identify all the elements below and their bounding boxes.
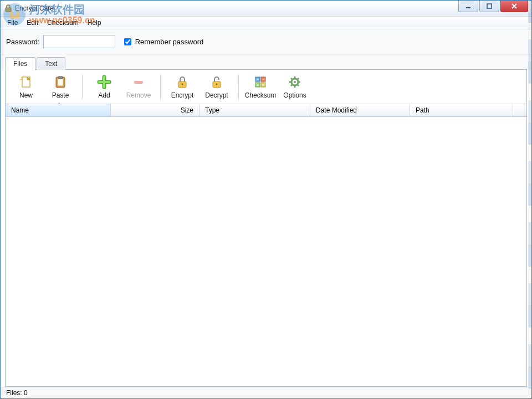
toolbar-separator (238, 75, 239, 99)
svg-text:−: − (262, 78, 264, 81)
menu-help[interactable]: Help (83, 18, 106, 28)
new-label: New (19, 91, 33, 99)
minus-icon (131, 74, 146, 90)
lock-open-icon (209, 74, 224, 90)
decrypt-label: Decrypt (205, 91, 228, 99)
remember-password-label: Remember password (135, 38, 204, 46)
window-title: Encrypt Care (15, 4, 54, 12)
paste-label: Paste (52, 91, 69, 99)
svg-text:×: × (257, 83, 259, 87)
toolbar: New Paste (6, 70, 526, 104)
titlebar: Encrypt Care (1, 1, 531, 17)
close-button[interactable] (500, 1, 528, 12)
add-label: Add (98, 91, 110, 99)
svg-rect-1 (466, 7, 470, 8)
tab-text[interactable]: Text (37, 57, 65, 70)
menu-edit[interactable]: Edit (22, 18, 43, 28)
column-type[interactable]: Type (200, 104, 310, 116)
remove-button[interactable]: Remove (121, 73, 156, 100)
plus-icon (96, 74, 112, 90)
app-icon (4, 4, 13, 13)
svg-rect-0 (6, 8, 11, 12)
password-label: Password: (6, 38, 40, 46)
column-headers: Name Size Type Date Modified Path (6, 104, 526, 117)
svg-rect-6 (58, 79, 63, 86)
column-path[interactable]: Path (410, 104, 513, 116)
maximize-button[interactable] (479, 1, 499, 12)
content-panel: New Paste (5, 70, 527, 387)
options-label: Options (283, 91, 306, 99)
tab-strip: Files Text (1, 54, 531, 70)
options-button[interactable]: Options (278, 73, 312, 100)
column-spacer (513, 104, 526, 116)
encrypt-label: Encrypt (171, 91, 194, 99)
svg-rect-7 (58, 76, 63, 79)
remember-password-checkbox[interactable] (124, 38, 131, 45)
menu-checksum[interactable]: Checksum (43, 18, 83, 28)
status-files-count: Files: 0 (6, 389, 28, 397)
lock-closed-icon (175, 74, 190, 90)
password-bar: Password: Remember password (1, 29, 531, 54)
toolbar-separator (82, 75, 83, 99)
new-button[interactable]: New (9, 73, 43, 100)
encrypt-button[interactable]: Encrypt (165, 73, 200, 100)
svg-point-10 (182, 84, 183, 85)
new-file-icon (18, 74, 34, 90)
toolbar-separator (160, 75, 161, 99)
tab-files[interactable]: Files (5, 57, 35, 70)
paste-button[interactable]: Paste (43, 73, 78, 100)
svg-rect-8 (134, 81, 143, 84)
app-window: Encrypt Care File Edit Checksum Help (0, 0, 532, 399)
menubar: File Edit Checksum Help (1, 17, 531, 29)
checksum-button[interactable]: + − × = Checksum (243, 73, 278, 100)
remove-label: Remove (126, 91, 151, 99)
status-bar: Files: 0 (1, 387, 531, 398)
password-input[interactable] (43, 35, 115, 48)
gear-icon (287, 74, 303, 90)
column-date-modified[interactable]: Date Modified (310, 104, 410, 116)
svg-text:+: + (257, 78, 259, 81)
svg-point-22 (294, 81, 296, 83)
clipboard-icon (53, 74, 68, 90)
calculator-icon: + − × = (253, 74, 268, 90)
column-name[interactable]: Name (6, 104, 111, 116)
svg-text:=: = (262, 83, 264, 87)
svg-rect-2 (487, 4, 492, 8)
decrypt-button[interactable]: Decrypt (200, 73, 234, 100)
column-size[interactable]: Size (111, 104, 200, 116)
window-controls (457, 1, 528, 12)
add-button[interactable]: Add (87, 73, 121, 100)
checksum-label: Checksum (245, 91, 277, 99)
menu-file[interactable]: File (3, 18, 22, 28)
file-list[interactable] (6, 117, 526, 386)
minimize-button[interactable] (458, 1, 478, 12)
svg-point-12 (216, 84, 218, 85)
